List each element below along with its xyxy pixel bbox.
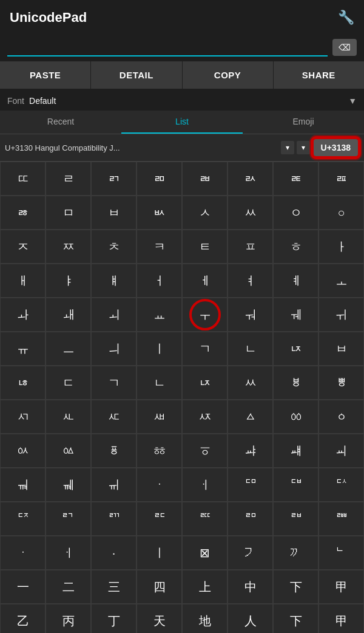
char-cell[interactable]: 乙 <box>0 604 46 633</box>
char-cell[interactable]: ㆂ <box>0 434 46 468</box>
char-cell[interactable]: ㄺ <box>91 162 136 196</box>
char-cell[interactable]: ꥩ <box>273 502 318 536</box>
tab-emoji[interactable]: Emoji <box>243 111 364 134</box>
char-cell[interactable]: ㅸ <box>273 366 318 400</box>
char-cell[interactable]: ㆊ <box>0 468 46 502</box>
char-cell[interactable]: ㅘ <box>0 298 46 332</box>
char-cell[interactable]: ㆄ <box>91 434 136 468</box>
char-cell[interactable]: ㅛ <box>136 298 182 332</box>
char-cell[interactable]: 地 <box>182 604 228 633</box>
char-cell[interactable]: ○ <box>318 196 364 230</box>
tab-recent[interactable]: Recent <box>0 111 121 134</box>
char-cell[interactable]: ㄱ <box>91 366 136 400</box>
char-cell[interactable]: ꥧ <box>182 502 228 536</box>
char-cell[interactable]: ㅡ <box>46 332 91 366</box>
char-cell[interactable]: ㅍ <box>228 230 273 264</box>
char-cell[interactable]: ㅞ <box>273 298 318 332</box>
share-button[interactable]: SHARE <box>274 61 364 89</box>
char-cell[interactable]: ㅂ <box>318 332 364 366</box>
char-cell[interactable]: 三 <box>91 570 136 604</box>
font-selector[interactable]: Font Default ▼ <box>0 91 364 111</box>
char-cell[interactable]: ㆇ <box>228 434 273 468</box>
char-cell[interactable]: 二 <box>46 570 91 604</box>
char-cell[interactable]: ꥥ <box>91 502 136 536</box>
char-cell[interactable]: ꥨ <box>228 502 273 536</box>
char-cell[interactable]: ᄂ <box>318 536 364 570</box>
char-cell[interactable]: ㅇ <box>273 196 318 230</box>
char-cell[interactable]: 四 <box>136 570 182 604</box>
unicode-code-badge[interactable]: U+3138 <box>312 138 359 157</box>
char-cell[interactable]: ㆀ <box>273 400 318 434</box>
char-cell[interactable]: ㅂ <box>91 196 136 230</box>
char-cell[interactable]: 中 <box>228 570 273 604</box>
char-cell[interactable]: ㆎ <box>182 468 228 502</box>
char-cell[interactable]: ㆍ <box>0 536 46 570</box>
char-cell[interactable]: 丁 <box>91 604 136 633</box>
char-cell[interactable]: ㅿ <box>228 400 273 434</box>
char-cell[interactable]: ㅻ <box>46 400 91 434</box>
char-cell[interactable]: ㄹ <box>46 162 91 196</box>
char-cell[interactable]: ㅖ <box>273 264 318 298</box>
char-cell[interactable]: ꥠ <box>228 468 273 502</box>
char-cell[interactable]: ㄱ <box>182 332 228 366</box>
char-cell[interactable]: ㅅ <box>182 196 228 230</box>
char-cell[interactable]: ㆃ <box>46 434 91 468</box>
char-cell[interactable]: ㅣ <box>136 536 182 570</box>
char-cell[interactable]: ㅗ <box>318 264 364 298</box>
char-cell[interactable]: ㅣ <box>136 332 182 366</box>
char-cell[interactable]: ꥣ <box>0 502 46 536</box>
char-cell[interactable]: ꥪ <box>318 502 364 536</box>
char-cell[interactable]: ㆍ <box>136 468 182 502</box>
char-cell[interactable]: ㅏ <box>318 230 364 264</box>
char-cell[interactable]: ㆅ <box>136 434 182 468</box>
settings-icon[interactable]: 🔧 <box>338 10 354 26</box>
char-cell[interactable]: ㄿ <box>318 162 364 196</box>
char-cell[interactable]: ㅆ <box>228 196 273 230</box>
char-cell[interactable]: ㄽ <box>228 162 273 196</box>
char-cell[interactable]: ㅕ <box>228 264 273 298</box>
char-cell[interactable]: ᄁ <box>273 536 318 570</box>
char-cell[interactable]: ㆈ <box>273 434 318 468</box>
char-cell[interactable]: ꥦ <box>136 502 182 536</box>
char-cell[interactable]: ㅾ <box>182 400 228 434</box>
char-cell[interactable]: ㄷ <box>46 366 91 400</box>
char-cell[interactable]: ㅼ <box>91 400 136 434</box>
char-cell[interactable]: ㅊ <box>91 230 136 264</box>
char-cell[interactable]: ꥤ <box>46 502 91 536</box>
char-cell[interactable]: 人 <box>228 604 273 633</box>
char-cell[interactable]: ㆎ <box>46 536 91 570</box>
char-cell[interactable]: ㅢ <box>91 332 136 366</box>
char-cell[interactable]: ㆉ <box>318 434 364 468</box>
char-cell[interactable]: 下 <box>273 570 318 604</box>
char-cell[interactable]: ㅔ <box>182 264 228 298</box>
detail-button[interactable]: DETAIL <box>91 61 181 89</box>
char-cell[interactable]: ㄼ <box>182 162 228 196</box>
char-cell[interactable]: ㅁ <box>46 196 91 230</box>
char-cell[interactable]: ㅓ <box>136 264 182 298</box>
char-cell[interactable]: ㆌ <box>91 468 136 502</box>
char-cell[interactable]: ㄶ <box>0 366 46 400</box>
char-cell[interactable]: ㅽ <box>136 400 182 434</box>
char-cell[interactable]: ꥡ <box>273 468 318 502</box>
char-cell[interactable]: ㅹ <box>318 366 364 400</box>
range-arrow-2[interactable]: ▾ <box>297 141 310 154</box>
char-cell[interactable]: ㅎ <box>273 230 318 264</box>
clear-button[interactable]: ⌫ <box>332 39 357 56</box>
tab-list[interactable]: List <box>121 111 243 134</box>
char-cell[interactable]: ㅙ <box>46 298 91 332</box>
char-cell[interactable]: ㅚ <box>91 298 136 332</box>
char-cell[interactable]: ㅐ <box>0 264 46 298</box>
char-cell[interactable]: ㅟ <box>318 298 364 332</box>
char-cell[interactable]: · <box>91 536 136 570</box>
char-cell[interactable]: 甲 <box>318 570 364 604</box>
char-cell[interactable]: ㄴ <box>136 366 182 400</box>
char-cell[interactable]: ㅠ <box>0 332 46 366</box>
char-cell[interactable]: ㆆ <box>182 434 228 468</box>
char-cell[interactable]: ㅑ <box>46 264 91 298</box>
char-cell[interactable]: ꥢ <box>318 468 364 502</box>
char-cell[interactable]: ㆁ <box>318 400 364 434</box>
char-cell[interactable]: ㅝ <box>228 298 273 332</box>
char-cell[interactable]: ㄵ <box>182 366 228 400</box>
char-cell[interactable]: ⊠ <box>182 536 228 570</box>
char-cell[interactable]: ㅄ <box>136 196 182 230</box>
